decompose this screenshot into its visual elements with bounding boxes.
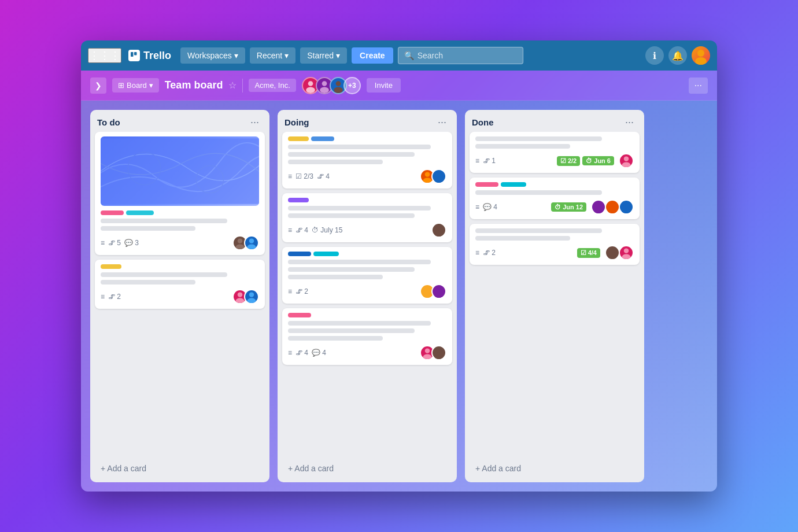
card-done-3[interactable]: ≡ 🖇 2 ☑ 4/4 <box>470 224 640 265</box>
svg-point-17 <box>238 292 242 297</box>
card-avatar[interactable] <box>605 245 620 260</box>
column-done-more[interactable]: ··· <box>622 116 637 128</box>
card-doing-2[interactable]: ≡ 🖇 4 ⏱ July 15 <box>282 193 452 242</box>
grid-menu-icon[interactable]: ⋮⋮⋮ <box>88 48 121 63</box>
list-icon: ≡ <box>475 249 479 257</box>
card-footer: ≡ 🖇 2 <box>288 284 446 299</box>
notifications-icon-button[interactable]: 🔔 <box>668 46 687 65</box>
card-avatar[interactable] <box>431 223 446 238</box>
add-card-doing-button[interactable]: + Add a card <box>282 459 452 478</box>
search-icon: 🔍 <box>404 51 414 60</box>
star-board-button[interactable]: ☆ <box>228 80 237 91</box>
board-header: ❯ ⊞ Board ▾ Team board ☆ Acme, Inc. +3 I… <box>81 71 717 101</box>
column-doing: Doing ··· ≡ ☑ 2/3 <box>278 110 457 482</box>
trello-logo-icon <box>128 50 140 61</box>
card-avatar[interactable] <box>431 345 446 360</box>
trello-logo[interactable]: Trello <box>128 50 171 62</box>
paperclip-icon: 🖇 4 <box>317 172 330 180</box>
column-doing-more[interactable]: ··· <box>434 116 450 128</box>
svg-point-21 <box>425 172 430 176</box>
list-icon: ≡ <box>101 239 105 247</box>
info-icon-button[interactable]: ℹ <box>645 46 664 65</box>
svg-point-43 <box>610 248 615 253</box>
paperclip-icon: 🖇 4 <box>295 226 308 234</box>
svg-point-36 <box>622 162 630 168</box>
recent-menu[interactable]: Recent ▾ <box>250 47 295 64</box>
add-card-done-button[interactable]: + Add a card <box>470 459 640 478</box>
card-footer: ≡ 🖇 4 💬 4 <box>288 345 446 360</box>
user-avatar[interactable] <box>692 46 710 65</box>
card-avatar[interactable] <box>591 200 606 215</box>
card-avatar[interactable] <box>619 245 634 260</box>
card-done-2[interactable]: ≡ 💬 4 ⏱ Jun 12 <box>470 178 640 219</box>
svg-point-16 <box>247 245 256 250</box>
member-count-badge[interactable]: +3 <box>343 77 361 94</box>
sidebar-toggle-button[interactable]: ❯ <box>90 77 106 94</box>
card-text-line <box>101 280 195 285</box>
svg-point-18 <box>235 298 244 304</box>
invite-button[interactable]: Invite <box>367 78 401 93</box>
board-more-button[interactable]: ··· <box>689 77 708 94</box>
card-avatar[interactable] <box>619 153 634 168</box>
card-text-line <box>101 219 227 223</box>
column-todo-more[interactable]: ··· <box>247 116 263 128</box>
svg-point-32 <box>423 354 431 360</box>
svg-point-28 <box>423 293 431 299</box>
card-avatar[interactable] <box>431 284 446 299</box>
comment-icon: 💬 4 <box>483 203 497 211</box>
paperclip-icon: 🖇 2 <box>108 293 121 301</box>
card-avatar[interactable] <box>619 200 634 215</box>
workspaces-menu[interactable]: Workspaces ▾ <box>180 47 245 64</box>
card-text-line <box>288 206 431 210</box>
card-avatars <box>420 345 446 360</box>
svg-point-27 <box>425 287 430 291</box>
starred-menu[interactable]: Starred ▾ <box>300 47 347 64</box>
card-avatar[interactable] <box>431 169 446 184</box>
card-todo-2[interactable]: ≡ 🖇 2 <box>95 260 265 309</box>
svg-rect-10 <box>101 138 259 204</box>
label-yellow <box>288 136 309 141</box>
label-cyan <box>126 210 154 215</box>
card-meta: ≡ 🖇 2 <box>101 293 228 301</box>
card-avatars <box>232 289 259 304</box>
add-card-todo-button[interactable]: + Add a card <box>95 459 265 478</box>
card-avatars <box>232 235 259 250</box>
search-input[interactable] <box>418 51 517 60</box>
card-avatar[interactable] <box>244 235 259 250</box>
header-divider <box>242 79 243 93</box>
card-labels <box>288 198 446 202</box>
card-meta: ≡ 🖇 4 💬 4 <box>288 349 415 357</box>
label-dark-blue <box>288 252 311 256</box>
svg-point-41 <box>624 202 629 207</box>
board-view-button[interactable]: ⊞ Board ▾ <box>112 78 159 93</box>
workspace-badge[interactable]: Acme, Inc. <box>249 79 295 92</box>
card-avatar[interactable] <box>605 200 620 215</box>
card-meta: ≡ 💬 4 <box>475 203 546 211</box>
svg-point-46 <box>622 254 630 260</box>
card-doing-3[interactable]: ≡ 🖇 2 <box>282 247 452 304</box>
create-button[interactable]: Create <box>352 47 393 64</box>
card-avatars: ☑ 2/2 ⏱ Jun 6 <box>557 153 634 168</box>
svg-point-22 <box>423 178 431 184</box>
card-todo-1[interactable]: ≡ 🖇 5 💬 3 <box>95 132 265 255</box>
card-text-line <box>101 272 227 277</box>
card-labels <box>288 252 446 256</box>
card-avatar[interactable] <box>244 289 259 304</box>
card-done-1[interactable]: ≡ 🖇 1 ☑ 2/2 ⏱ Jun 6 <box>470 132 640 173</box>
card-doing-4[interactable]: ≡ 🖇 4 💬 4 <box>282 308 452 365</box>
list-icon: ≡ <box>475 157 479 165</box>
comment-icon: 💬 4 <box>312 349 326 357</box>
search-bar[interactable]: 🔍 <box>398 47 523 64</box>
list-icon: ≡ <box>288 349 292 357</box>
card-doing-1[interactable]: ≡ ☑ 2/3 🖇 4 <box>282 132 452 189</box>
card-footer: ≡ 🖇 1 ☑ 2/2 ⏱ Jun 6 <box>475 153 634 168</box>
column-todo: To do ··· <box>90 110 269 482</box>
column-done-title: Done <box>472 117 494 127</box>
svg-point-13 <box>238 238 242 243</box>
card-text-line <box>288 152 415 157</box>
svg-point-24 <box>434 178 443 184</box>
list-icon: ≡ <box>288 226 292 234</box>
date-badge: ⏱ Jun 12 <box>551 202 586 212</box>
card-meta: ≡ 🖇 2 <box>288 287 415 295</box>
card-meta: ≡ 🖇 4 ⏱ July 15 <box>288 226 427 234</box>
